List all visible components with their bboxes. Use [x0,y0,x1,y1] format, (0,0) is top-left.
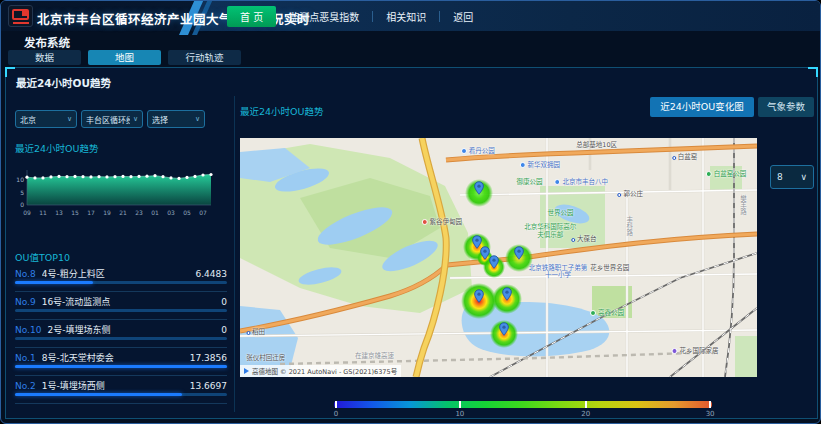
tab-data[interactable]: 数据 [8,50,81,65]
svg-text:13: 13 [55,209,63,216]
rank-label: No.2 [15,381,36,391]
map-pin-icon[interactable] [514,245,524,264]
progress-track [15,337,227,340]
publish-system-label: 发布系统 [24,34,70,50]
app-window: 北京市丰台区循环经济产业园大气恶臭状况实时 首 页 监测点恶臭指数 相关知识 返… [0,0,821,424]
tab-map[interactable]: 地图 [88,50,161,65]
panel-corner-accent [5,67,15,77]
nav-home[interactable]: 首 页 [227,6,276,27]
map-attribution: 高德地图 © 2021 AutoNavi - GS(2021)6375号 [240,365,401,377]
site-name: 8号-北天堂村委会 [42,351,184,364]
city-select[interactable]: 北京 ∨ [15,110,77,128]
progress-fill [15,365,227,368]
nav-separator [439,11,440,22]
point-filter-select[interactable]: 选择 ∨ [147,110,205,128]
svg-text:11: 11 [39,209,47,216]
site-name: 1号-填埋场西侧 [42,379,184,392]
ou-top-title: OU值TOP10 [15,250,70,264]
point-filter-value: 选择 [152,114,168,125]
map-pin-icon[interactable] [474,180,484,199]
rank-label: No.9 [15,297,36,307]
legend-tick [459,401,461,408]
map-pin-icon[interactable] [499,321,509,340]
map-pin-icon[interactable] [480,245,490,264]
svg-text:0: 0 [20,201,24,208]
svg-text:15: 15 [71,209,79,216]
ou-top-list: No.8 4号-粗分上料区 6.4483 No.9 16号-流动监测点 0 No… [15,264,227,404]
svg-text:05: 05 [183,209,191,216]
city-select-value: 北京 [20,114,36,125]
svg-text:09: 09 [23,209,31,216]
logo-bar [13,22,29,24]
panel-corner-accent [808,67,818,77]
progress-fill [15,281,93,284]
svg-text:07: 07 [199,209,207,216]
chevron-down-icon: ∨ [133,116,138,123]
autonavi-logo-icon [244,368,249,374]
site-name: 2号-填埋场东侧 [47,323,215,336]
legend-tick-label: 0 [334,410,338,418]
rank-row[interactable]: No.8 4号-粗分上料区 6.4483 [15,264,227,292]
chevron-down-icon: ∨ [67,116,72,123]
trend-chart: 0510091113151719212301030507 [11,165,219,221]
svg-text:21: 21 [119,209,127,216]
trend-chart-title: 最近24小时OU趋势 [15,141,99,155]
rank-row[interactable]: No.2 1号-填埋场西侧 13.6697 [15,376,227,404]
progress-track [15,365,227,368]
progress-fill [15,393,182,396]
map-pin-icon[interactable] [502,286,512,305]
map-copyright: 高德地图 © 2021 AutoNavi - GS(2021)6375号 [252,366,397,376]
rank-row[interactable]: No.10 2号-填埋场东侧 0 [15,320,227,348]
rank-label: No.8 [15,269,36,279]
map-panel-title: 最近24小时OU趋势 [240,104,324,118]
rank-row[interactable]: No.1 8号-北天堂村委会 17.3856 [15,348,227,376]
legend-tick-label: 30 [706,410,715,418]
legend-tick [585,401,587,408]
chevron-down-icon: ∨ [195,116,200,123]
rank-label: No.10 [15,325,41,335]
main-nav: 首 页 监测点恶臭指数 相关知识 返回 [227,1,473,31]
park-select[interactable]: 丰台区循环经济产 ∨ [81,110,143,128]
map-pin-icon[interactable] [489,254,499,273]
rank-row[interactable]: No.9 16号-流动监测点 0 [15,292,227,320]
svg-text:19: 19 [103,209,111,216]
column-divider [234,96,235,412]
ou-value: 0 [221,325,227,335]
svg-text:03: 03 [167,209,175,216]
svg-text:17: 17 [87,209,95,216]
site-name: 16号-流动监测点 [42,295,216,308]
tab-track[interactable]: 行动轨迹 [168,50,241,65]
panel-title: 最近24小时OU趋势 [16,75,111,90]
point-select[interactable]: 8 ∨ [770,165,814,189]
svg-text:01: 01 [151,209,159,216]
nav-separator [372,11,373,22]
heatmap-layer [240,138,757,377]
legend-tick-label: 20 [581,410,590,418]
ou-change-map-button[interactable]: 近24小时OU变化图 [650,97,754,117]
weather-params-button[interactable]: 气象参数 [758,97,814,117]
svg-text:5: 5 [20,189,24,196]
legend-tick [709,401,711,408]
svg-text:23: 23 [135,209,143,216]
rank-label: No.1 [15,353,36,363]
progress-track [15,309,227,312]
nav-monitor-odor-index[interactable]: 监测点恶臭指数 [289,9,359,24]
ou-value: 13.6697 [190,381,227,391]
progress-track [15,393,227,396]
chevron-down-icon: ∨ [800,173,807,182]
map[interactable]: 看丹公园新华双拥园御康公园总部基地10区北京市丰台八中郭公庄白盆窑白盆窑公园世界… [240,138,757,377]
map-pin-icon[interactable] [474,288,484,307]
legend-gradient-bar [334,401,712,408]
legend-tick-labels: 0102030 [334,410,712,420]
heat-legend: 0102030 [334,401,712,420]
nav-knowledge[interactable]: 相关知识 [386,9,426,24]
app-logo [8,5,33,27]
ou-value: 6.4483 [196,269,228,279]
site-name: 4号-粗分上料区 [42,267,190,280]
progress-track [15,281,227,284]
ou-value: 0 [221,297,227,307]
trend-panel: 最近24小时OU趋势 北京 ∨ 丰台区循环经济产 ∨ 选择 ∨ 最近24小时OU… [5,67,818,419]
header: 北京市丰台区循环经济产业园大气恶臭状况实时 首 页 监测点恶臭指数 相关知识 返… [1,1,820,31]
nav-back[interactable]: 返回 [453,9,473,24]
logo-dot [22,11,27,16]
